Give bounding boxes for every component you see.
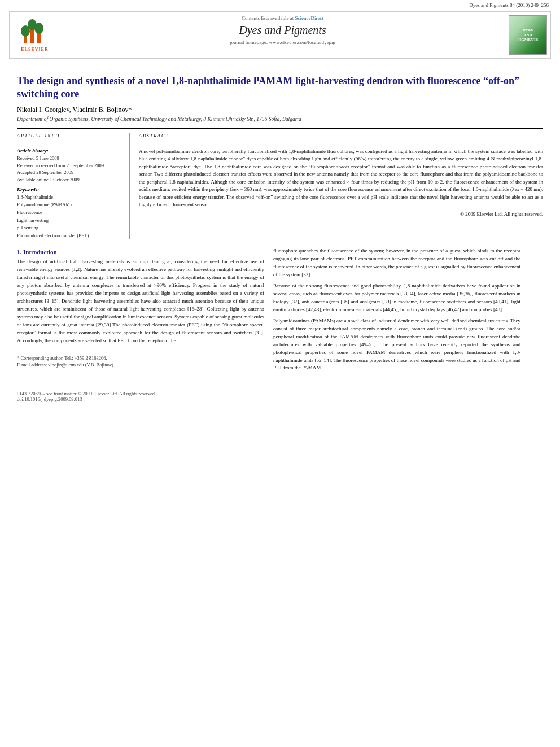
footnote-area: * Corresponding author. Tel.: +359 2 816… — [17, 351, 264, 369]
intro-right-text-2: Because of their strong fluorescence and… — [273, 282, 520, 314]
main-content: The design and synthesis of a novel 1,8-… — [0, 61, 560, 381]
author-names: Nikolai I. Georgiev, Vladimir B. Bojinov… — [17, 106, 132, 113]
keywords-label: Keywords: — [17, 187, 123, 193]
intro-heading: 1. Introduction — [17, 248, 264, 255]
journal-cover: DYESANDPIGMENTS — [505, 12, 550, 58]
elsevier-logo: ELSEVIER — [18, 17, 52, 53]
footer-issn: 0143-7208/$ – see front matter © 2009 El… — [17, 391, 543, 396]
journal-header: ELSEVIER Contents lists available at Sci… — [9, 11, 551, 59]
abstract-col: Abstract A novel polyamidoamine dendron … — [139, 133, 543, 240]
journal-cover-image: DYESANDPIGMENTS — [509, 15, 547, 55]
available-date: Available online 1 October 2009 — [17, 176, 123, 184]
authors: Nikolai I. Georgiev, Vladimir B. Bojinov… — [17, 106, 543, 114]
body-left-col: 1. Introduction The design of artificial… — [17, 247, 264, 375]
svg-point-5 — [34, 23, 43, 34]
elsevier-logo-area: ELSEVIER — [10, 12, 60, 58]
keyword-2: Polyamidoamine (PAMAM) — [17, 201, 123, 209]
bottom-footer: 0143-7208/$ – see front matter © 2009 El… — [0, 387, 560, 405]
citation-bar: Dyes and Pigments 84 (2010) 249–256 — [0, 0, 560, 9]
keywords-list: 1,8-Naphthalimide Polyamidoamine (PAMAM)… — [17, 194, 123, 240]
footnote-email: E-mail address: vlbojin@uctm.edu (V.B. B… — [17, 361, 264, 369]
footer-doi: doi:10.1016/j.dyepig.2009.09.013 — [17, 396, 543, 402]
elsevier-wordmark: ELSEVIER — [18, 47, 52, 53]
footnote-corresponding: * Corresponding author. Tel.: +359 2 816… — [17, 355, 264, 362]
abstract-copyright: © 2009 Elsevier Ltd. All rights reserved… — [139, 211, 543, 217]
sciencedirect-line: Contents lists available at ScienceDirec… — [242, 15, 323, 21]
intro-right-text-1: fluorophore quenches the fluorescence of… — [273, 247, 520, 279]
journal-header-center: Contents lists available at ScienceDirec… — [60, 12, 505, 58]
intro-right-text-3: Polyamidoamines (PAMAMs) are a novel cla… — [273, 317, 520, 373]
received-date: Received 5 June 2009 — [17, 155, 123, 162]
keyword-6: Photoinduced electron transfer (PET) — [17, 232, 123, 240]
body-right-col: fluorophore quenches the fluorescence of… — [273, 247, 520, 375]
body-section: 1. Introduction The design of artificial… — [17, 247, 543, 375]
citation-text: Dyes and Pigments 84 (2010) 249–256 — [469, 2, 549, 8]
keyword-1: 1,8-Naphthalimide — [17, 194, 123, 202]
keyword-3: Fluorescence — [17, 209, 123, 217]
abstract-text: A novel polyamidoamine dendron core, per… — [139, 148, 543, 209]
keyword-4: Light harvesting — [17, 217, 123, 225]
journal-homepage: journal homepage: www.elsevier.com/locat… — [230, 40, 335, 45]
article-info-col: Article Info Article history: Received 5… — [17, 133, 130, 240]
accepted-date: Accepted 28 September 2009 — [17, 169, 123, 176]
article-info-label: Article Info — [17, 133, 123, 138]
history-label: Article history: — [17, 148, 123, 154]
article-info-abstract: Article Info Article history: Received 5… — [17, 128, 543, 240]
intro-left-text: The design of artificial light harvestin… — [17, 258, 264, 344]
abstract-label: Abstract — [139, 133, 543, 138]
journal-title: Dyes and Pigments — [239, 24, 326, 37]
revised-date: Received in revised form 25 September 20… — [17, 162, 123, 169]
sciencedirect-link[interactable]: ScienceDirect — [295, 15, 323, 21]
affiliation: Department of Organic Synthesis, Univers… — [17, 116, 543, 122]
article-title: The design and synthesis of a novel 1,8-… — [17, 75, 543, 101]
keyword-5: pH sensing — [17, 224, 123, 232]
